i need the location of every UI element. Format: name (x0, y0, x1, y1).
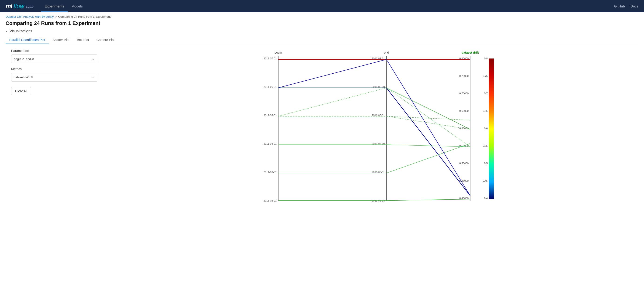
svg-text:2011-04-01: 2011-04-01 (264, 142, 277, 145)
logo-ml: ml (6, 3, 12, 10)
tag-begin-label: begin (14, 57, 21, 61)
viz-section-label: Visualizations (10, 29, 32, 33)
svg-text:0.4: 0.4 (484, 197, 488, 200)
parallel-coordinates-chart: begin end dataset drift 2011-07-01 2011-… (102, 48, 638, 206)
params-label: Parameters: (11, 49, 97, 53)
svg-text:2011-02-01: 2011-02-01 (264, 199, 277, 202)
col-header-drift: dataset drift (462, 51, 479, 54)
svg-text:2011-06-01: 2011-06-01 (264, 85, 277, 88)
line-green-2 (278, 116, 470, 129)
navbar: mlflow 1.29.0 Experiments Models GitHub … (0, 0, 644, 12)
svg-text:2011-03-01: 2011-03-01 (264, 171, 277, 174)
svg-text:0.7: 0.7 (484, 92, 488, 95)
tab-parallel-coordinates[interactable]: Parallel Coordinates Plot (6, 36, 49, 44)
svg-text:2011-05-01: 2011-05-01 (264, 114, 277, 117)
params-select[interactable]: begin ✕ end ✕ ⌄ (11, 55, 97, 63)
color-scale-bar (489, 58, 494, 199)
main-content: Parameters: begin ✕ end ✕ ⌄ Metrics: dat… (6, 44, 638, 206)
params-chevron-icon: ⌄ (92, 57, 95, 61)
metrics-chevron-icon: ⌄ (92, 75, 95, 79)
breadcrumb-parent[interactable]: Dataset Drift Analysis with Evidently (6, 15, 54, 18)
nav-models[interactable]: Models (68, 0, 86, 12)
svg-text:0.65: 0.65 (483, 109, 488, 112)
line-green-1 (278, 116, 470, 120)
svg-text:0.75: 0.75 (483, 75, 488, 77)
tag-end-remove[interactable]: ✕ (32, 57, 34, 61)
nav-docs[interactable]: Docs (630, 4, 638, 8)
line-blue-1 (278, 88, 470, 196)
tag-begin: begin ✕ (14, 57, 24, 61)
tab-contour-plot[interactable]: Contour Plot (93, 36, 118, 44)
svg-text:0.50000: 0.50000 (459, 162, 468, 165)
breadcrumb: Dataset Drift Analysis with Evidently > … (6, 15, 638, 18)
tab-scatter-plot[interactable]: Scatter Plot (49, 36, 73, 44)
chart-area: begin end dataset drift 2011-07-01 2011-… (102, 44, 638, 206)
tag-end: end ✕ (26, 57, 34, 61)
tag-dataset-drift: dataset drift ✕ (14, 75, 33, 79)
chevron-down-icon: ∨ (6, 30, 8, 33)
svg-text:0.45: 0.45 (483, 179, 488, 182)
logo-flow: flow (14, 3, 24, 10)
metrics-label: Metrics: (11, 67, 97, 71)
logo: mlflow 1.29.0 (6, 3, 34, 10)
col-header-end: end (384, 51, 389, 54)
metrics-select[interactable]: dataset drift ✕ ⌄ (11, 73, 97, 82)
svg-text:0.75000: 0.75000 (459, 75, 468, 77)
nav-github[interactable]: GitHub (614, 4, 625, 8)
visualizations-section: ∨ Visualizations Parallel Coordinates Pl… (0, 29, 644, 206)
svg-text:0.60000: 0.60000 (459, 127, 468, 130)
svg-text:0.65000: 0.65000 (459, 109, 468, 112)
tag-dataset-drift-remove[interactable]: ✕ (30, 75, 33, 79)
svg-text:0.8: 0.8 (484, 57, 488, 60)
tag-dataset-drift-label: dataset drift (14, 75, 30, 79)
viz-toggle[interactable]: ∨ Visualizations (6, 29, 638, 33)
svg-text:0.6: 0.6 (484, 127, 488, 130)
tab-box-plot[interactable]: Box Plot (73, 36, 92, 44)
breadcrumb-current: Comparing 24 Runs from 1 Experiment (58, 15, 110, 18)
line-blue-cross (278, 59, 470, 196)
col-header-begin: begin (274, 51, 282, 54)
svg-text:0.70000: 0.70000 (459, 92, 468, 95)
logo-version: 1.29.0 (26, 5, 34, 8)
tag-begin-remove[interactable]: ✕ (22, 57, 24, 61)
svg-text:0.5: 0.5 (484, 162, 488, 165)
breadcrumb-separator: > (55, 15, 57, 18)
line-green-cross-1 (278, 88, 470, 147)
navbar-right: GitHub Docs (614, 4, 638, 8)
svg-text:0.55: 0.55 (483, 144, 488, 147)
page-title: Comparing 24 Runs from 1 Experiment (0, 19, 644, 29)
controls-panel: Parameters: begin ✕ end ✕ ⌄ Metrics: dat… (11, 44, 102, 206)
clear-all-button[interactable]: Clear All (11, 87, 31, 95)
breadcrumb-area: Dataset Drift Analysis with Evidently > … (0, 12, 644, 19)
navbar-nav: Experiments Models (41, 0, 86, 12)
svg-text:2011-07-01: 2011-07-01 (264, 57, 277, 60)
tag-end-label: end (26, 57, 31, 61)
nav-experiments[interactable]: Experiments (41, 0, 68, 12)
tabs: Parallel Coordinates Plot Scatter Plot B… (6, 36, 638, 44)
